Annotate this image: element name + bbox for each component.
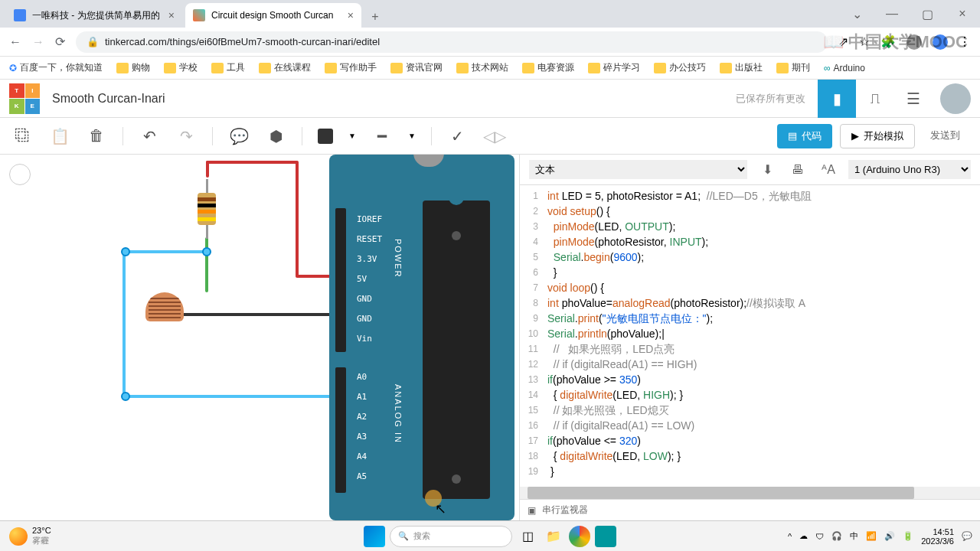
circuit-view-button[interactable]: ▮: [818, 80, 856, 118]
explorer-icon[interactable]: 📁: [543, 526, 564, 547]
horizontal-scrollbar[interactable]: [520, 487, 980, 499]
chevron-up-icon[interactable]: ^: [788, 532, 792, 541]
ime-indicator[interactable]: 中: [850, 530, 858, 542]
workspace: IOREFRESET3.3V5VGNDGNDVin A0A1A2A3A4A5 P…: [0, 155, 980, 520]
minimize-button[interactable]: —: [874, 0, 910, 28]
wire-red[interactable]: [206, 161, 298, 164]
connection-node[interactable]: [121, 247, 130, 256]
start-simulation-button[interactable]: ▶ 开始模拟: [840, 124, 915, 148]
browser-tab-2[interactable]: Circuit design Smooth Curcan ×: [185, 3, 361, 28]
code-panel-button[interactable]: ▤ 代码: [777, 124, 832, 148]
onedrive-icon[interactable]: ☁: [799, 531, 808, 541]
bookmark-item[interactable]: 技术网站: [456, 61, 508, 74]
bookmark-item[interactable]: 写作助手: [325, 61, 377, 74]
list-view-button[interactable]: ☰: [894, 80, 933, 118]
connection-node[interactable]: [202, 247, 211, 256]
forward-button[interactable]: →: [32, 35, 44, 49]
label-button[interactable]: ⬢: [265, 126, 286, 147]
profile-icon[interactable]: [933, 34, 948, 50]
code-body[interactable]: int LED = 5, photoResistor = A1; //LED—D…: [543, 185, 980, 487]
library-icon[interactable]: 🖶: [787, 163, 808, 177]
wire-green[interactable]: [205, 237, 208, 292]
wire-red[interactable]: [296, 161, 299, 277]
task-view-icon[interactable]: ◫: [517, 526, 538, 547]
bookmark-item[interactable]: 出版社: [720, 61, 763, 74]
delete-button[interactable]: 🗑: [86, 126, 107, 147]
rotate-button[interactable]: ✓: [447, 126, 469, 147]
close-button[interactable]: ×: [945, 0, 980, 28]
arduino-board[interactable]: IOREFRESET3.3V5VGNDGNDVin A0A1A2A3A4A5 P…: [329, 155, 514, 520]
wire-black[interactable]: [172, 313, 345, 316]
bookmark-item[interactable]: 期刊: [776, 61, 810, 74]
download-icon[interactable]: ⬇: [756, 162, 778, 177]
new-tab-button[interactable]: +: [364, 6, 386, 28]
extension-icon[interactable]: [906, 34, 922, 50]
connection-node[interactable]: [121, 392, 130, 401]
start-button[interactable]: [364, 526, 385, 547]
bookmark-item[interactable]: 学校: [164, 61, 198, 74]
extensions-icon[interactable]: 🧩: [880, 34, 896, 49]
lock-icon: 🔒: [87, 36, 99, 47]
paste-button[interactable]: 📋: [49, 126, 70, 147]
bookmark-item[interactable]: ✪ 百度一下，你就知道: [9, 61, 103, 74]
redo-button[interactable]: ↷: [175, 126, 197, 147]
code-editor[interactable]: 12345678910111213141516171819 int LED = …: [520, 185, 980, 487]
reload-button[interactable]: ⟳: [55, 34, 65, 49]
copy-button[interactable]: ⿻: [12, 126, 34, 147]
undo-button[interactable]: ↶: [139, 126, 160, 147]
bookmark-item[interactable]: 工具: [211, 61, 245, 74]
weather-widget[interactable]: 23°C雾霾: [9, 526, 51, 546]
wire-type-picker[interactable]: ━: [371, 126, 393, 147]
bookmark-item[interactable]: 在线课程: [259, 61, 311, 74]
bookmark-item[interactable]: 电赛资源: [522, 61, 574, 74]
font-size-icon[interactable]: ᴬA: [818, 162, 839, 177]
menu-icon[interactable]: ⋮: [959, 34, 971, 49]
volume-icon[interactable]: 🔊: [884, 531, 895, 541]
bookmark-item[interactable]: 碎片学习: [588, 61, 640, 74]
notifications-icon[interactable]: 💬: [962, 531, 972, 541]
back-button[interactable]: ←: [9, 35, 21, 49]
chrome-icon[interactable]: [569, 526, 590, 547]
board-select[interactable]: 1 (Arduino Uno R3): [848, 160, 971, 179]
chevron-down-icon[interactable]: ⌄: [839, 0, 874, 28]
pin-label: A1: [357, 392, 367, 402]
wire-color-picker[interactable]: [318, 129, 333, 144]
tab-title: Circuit design Smooth Curcan: [211, 10, 333, 21]
bookmark-item[interactable]: 购物: [116, 61, 150, 74]
close-icon[interactable]: ×: [348, 9, 354, 21]
serial-monitor-toggle[interactable]: ▣ 串行监视器: [520, 499, 980, 520]
weather-icon: [9, 527, 28, 546]
tinkercad-logo[interactable]: TIKE: [9, 83, 40, 114]
url-input[interactable]: 🔒 tinkercad.com/things/ei60fBmeUm7-smoot…: [76, 31, 828, 53]
wifi-icon[interactable]: 📶: [866, 531, 877, 541]
zoom-fit-button[interactable]: [9, 164, 31, 185]
headphones-icon[interactable]: 🎧: [831, 531, 842, 541]
mirror-button[interactable]: ◁▷: [484, 126, 505, 147]
arduino-ide-icon[interactable]: [595, 526, 616, 547]
circuit-canvas[interactable]: IOREFRESET3.3V5VGNDGNDVin A0A1A2A3A4A5 P…: [0, 155, 519, 520]
star-icon[interactable]: ☆: [859, 34, 870, 49]
code-mode-select[interactable]: 文本: [529, 160, 747, 179]
schematic-view-button[interactable]: ⎍: [856, 80, 894, 118]
bookmark-item[interactable]: ∞ Arduino: [824, 63, 865, 73]
photoresistor-component[interactable]: [145, 292, 184, 321]
document-name[interactable]: Smooth Curcan-Inari: [52, 92, 165, 106]
bookmark-item[interactable]: 资讯官网: [390, 61, 443, 74]
maximize-button[interactable]: ▢: [910, 0, 945, 28]
close-icon[interactable]: ×: [168, 9, 175, 21]
browser-tab-1[interactable]: 一唯科技 - 为您提供简单易用的 ×: [6, 3, 182, 28]
system-tray[interactable]: ^ ☁ 🛡 🎧 中 📶 🔊 🔋 14:51 2023/3/6 💬: [788, 527, 972, 546]
wire-cyan[interactable]: [122, 250, 126, 397]
user-avatar[interactable]: [940, 83, 971, 114]
send-to-button[interactable]: 发送到: [923, 124, 968, 148]
taskbar-search[interactable]: 🔍 搜索: [390, 526, 512, 547]
resistor-component[interactable]: [198, 179, 216, 239]
note-button[interactable]: 💬: [228, 126, 250, 147]
wire-cyan[interactable]: [122, 250, 208, 253]
security-icon[interactable]: 🛡: [815, 532, 824, 541]
battery-icon[interactable]: 🔋: [903, 531, 913, 541]
share-icon[interactable]: ⇗: [838, 34, 848, 49]
url-text: tinkercad.com/things/ei60fBmeUm7-smooth-…: [105, 36, 380, 47]
bookmark-item[interactable]: 办公技巧: [654, 61, 706, 74]
wire-cyan[interactable]: [122, 395, 348, 398]
